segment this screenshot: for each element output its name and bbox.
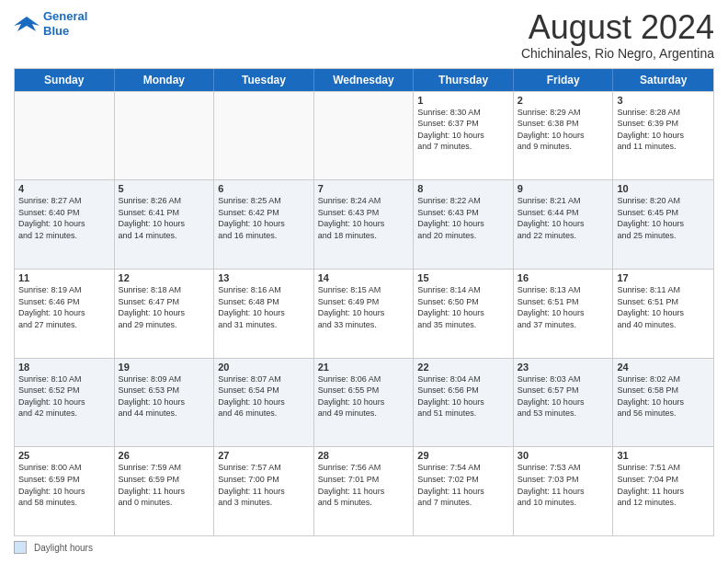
cell-info: Sunrise: 8:15 AMSunset: 6:49 PMDaylight:… (318, 284, 410, 330)
calendar-cell: 13Sunrise: 8:16 AMSunset: 6:48 PMDayligh… (214, 270, 314, 358)
logo: General Blue (14, 9, 87, 38)
header-tuesday: Tuesday (214, 69, 314, 91)
header-thursday: Thursday (414, 69, 514, 91)
day-number: 31 (617, 450, 710, 461)
legend-box (14, 541, 27, 554)
calendar-cell: 4Sunrise: 8:27 AMSunset: 6:40 PMDaylight… (15, 180, 115, 269)
cell-info: Sunrise: 8:30 AMSunset: 6:37 PMDaylight:… (417, 107, 509, 153)
calendar-cell: 14Sunrise: 8:15 AMSunset: 6:49 PMDayligh… (314, 270, 415, 358)
calendar-cell: 23Sunrise: 8:03 AMSunset: 6:57 PMDayligh… (514, 359, 614, 447)
calendar-cell: 10Sunrise: 8:20 AMSunset: 6:45 PMDayligh… (613, 180, 713, 269)
day-number: 10 (617, 183, 710, 194)
calendar-cell: 2Sunrise: 8:29 AMSunset: 6:38 PMDaylight… (514, 92, 614, 180)
cell-info: Sunrise: 8:07 AMSunset: 6:54 PMDaylight:… (218, 373, 310, 419)
calendar-cell: 16Sunrise: 8:13 AMSunset: 6:51 PMDayligh… (514, 270, 614, 358)
cell-info: Sunrise: 8:16 AMSunset: 6:48 PMDaylight:… (218, 284, 310, 330)
calendar-row: 18Sunrise: 8:10 AMSunset: 6:52 PMDayligh… (15, 358, 713, 447)
calendar-row: 11Sunrise: 8:19 AMSunset: 6:46 PMDayligh… (15, 269, 713, 358)
cell-info: Sunrise: 8:00 AMSunset: 6:59 PMDaylight:… (18, 462, 110, 508)
calendar-row: 25Sunrise: 8:00 AMSunset: 6:59 PMDayligh… (15, 446, 713, 535)
calendar-cell: 26Sunrise: 7:59 AMSunset: 6:59 PMDayligh… (115, 447, 215, 535)
cell-info: Sunrise: 8:27 AMSunset: 6:40 PMDaylight:… (18, 195, 110, 241)
day-number: 1 (417, 95, 509, 106)
cell-info: Sunrise: 8:29 AMSunset: 6:38 PMDaylight:… (518, 107, 609, 153)
day-number: 23 (518, 362, 609, 373)
logo-line2: Blue (43, 24, 69, 38)
title-area: August 2024 Chichinales, Rio Negro, Arge… (521, 9, 714, 61)
calendar-row: 1Sunrise: 8:30 AMSunset: 6:37 PMDaylight… (15, 91, 713, 180)
cell-info: Sunrise: 7:51 AMSunset: 7:04 PMDaylight:… (617, 462, 710, 508)
calendar: Sunday Monday Tuesday Wednesday Thursday… (14, 68, 714, 536)
header-friday: Friday (514, 69, 614, 91)
calendar-cell: 6Sunrise: 8:25 AMSunset: 6:42 PMDaylight… (214, 180, 314, 269)
calendar-cell: 27Sunrise: 7:57 AMSunset: 7:00 PMDayligh… (214, 447, 314, 535)
day-number: 12 (119, 272, 210, 283)
location: Chichinales, Rio Negro, Argentina (521, 46, 714, 61)
day-number: 6 (218, 183, 310, 194)
day-number: 15 (417, 272, 509, 283)
cell-info: Sunrise: 8:04 AMSunset: 6:56 PMDaylight:… (417, 373, 509, 419)
calendar-cell: 31Sunrise: 7:51 AMSunset: 7:04 PMDayligh… (613, 447, 713, 535)
header-saturday: Saturday (613, 69, 713, 91)
legend-label: Daylight hours (34, 543, 93, 553)
cell-info: Sunrise: 8:13 AMSunset: 6:51 PMDaylight:… (518, 284, 609, 330)
logo-text: General Blue (43, 9, 87, 38)
day-number: 26 (119, 450, 210, 461)
calendar-cell: 24Sunrise: 8:02 AMSunset: 6:58 PMDayligh… (613, 359, 713, 447)
header-wednesday: Wednesday (314, 69, 415, 91)
day-number: 9 (518, 183, 609, 194)
cell-info: Sunrise: 8:22 AMSunset: 6:43 PMDaylight:… (417, 195, 509, 241)
day-number: 18 (18, 362, 110, 373)
day-number: 17 (617, 272, 710, 283)
cell-info: Sunrise: 8:21 AMSunset: 6:44 PMDaylight:… (518, 195, 609, 241)
calendar-cell: 1Sunrise: 8:30 AMSunset: 6:37 PMDaylight… (414, 92, 514, 180)
calendar-cell (115, 92, 215, 180)
cell-info: Sunrise: 8:20 AMSunset: 6:45 PMDaylight:… (617, 195, 710, 241)
cell-info: Sunrise: 8:02 AMSunset: 6:58 PMDaylight:… (617, 373, 710, 419)
day-number: 13 (218, 272, 310, 283)
page: General Blue August 2024 Chichinales, Ri… (0, 0, 728, 563)
header-monday: Monday (115, 69, 215, 91)
month-year: August 2024 (521, 9, 714, 46)
header: General Blue August 2024 Chichinales, Ri… (14, 9, 714, 61)
calendar-cell: 8Sunrise: 8:22 AMSunset: 6:43 PMDaylight… (414, 180, 514, 269)
calendar-cell: 20Sunrise: 8:07 AMSunset: 6:54 PMDayligh… (214, 359, 314, 447)
day-number: 11 (18, 272, 110, 283)
day-number: 2 (518, 95, 609, 106)
calendar-cell: 29Sunrise: 7:54 AMSunset: 7:02 PMDayligh… (414, 447, 514, 535)
calendar-cell: 11Sunrise: 8:19 AMSunset: 6:46 PMDayligh… (15, 270, 115, 358)
day-number: 30 (518, 450, 609, 461)
day-number: 20 (218, 362, 310, 373)
cell-info: Sunrise: 8:14 AMSunset: 6:50 PMDaylight:… (417, 284, 509, 330)
calendar-cell: 28Sunrise: 7:56 AMSunset: 7:01 PMDayligh… (314, 447, 415, 535)
calendar-cell: 5Sunrise: 8:26 AMSunset: 6:41 PMDaylight… (115, 180, 215, 269)
day-number: 19 (119, 362, 210, 373)
day-number: 3 (617, 95, 710, 106)
day-number: 22 (417, 362, 509, 373)
calendar-cell: 3Sunrise: 8:28 AMSunset: 6:39 PMDaylight… (613, 92, 713, 180)
day-number: 4 (18, 183, 110, 194)
calendar-cell: 21Sunrise: 8:06 AMSunset: 6:55 PMDayligh… (314, 359, 415, 447)
calendar-cell: 18Sunrise: 8:10 AMSunset: 6:52 PMDayligh… (15, 359, 115, 447)
calendar-cell: 22Sunrise: 8:04 AMSunset: 6:56 PMDayligh… (414, 359, 514, 447)
calendar-cell: 25Sunrise: 8:00 AMSunset: 6:59 PMDayligh… (15, 447, 115, 535)
day-number: 21 (318, 362, 410, 373)
cell-info: Sunrise: 7:53 AMSunset: 7:03 PMDaylight:… (518, 462, 609, 508)
cell-info: Sunrise: 8:28 AMSunset: 6:39 PMDaylight:… (617, 107, 710, 153)
calendar-body: 1Sunrise: 8:30 AMSunset: 6:37 PMDaylight… (15, 91, 713, 535)
day-number: 8 (417, 183, 509, 194)
day-number: 7 (318, 183, 410, 194)
day-number: 25 (18, 450, 110, 461)
calendar-header: Sunday Monday Tuesday Wednesday Thursday… (15, 69, 713, 91)
calendar-row: 4Sunrise: 8:27 AMSunset: 6:40 PMDaylight… (15, 179, 713, 269)
cell-info: Sunrise: 8:19 AMSunset: 6:46 PMDaylight:… (18, 284, 110, 330)
calendar-cell: 7Sunrise: 8:24 AMSunset: 6:43 PMDaylight… (314, 180, 415, 269)
day-number: 24 (617, 362, 710, 373)
header-sunday: Sunday (15, 69, 115, 91)
cell-info: Sunrise: 8:25 AMSunset: 6:42 PMDaylight:… (218, 195, 310, 241)
day-number: 29 (417, 450, 509, 461)
cell-info: Sunrise: 8:10 AMSunset: 6:52 PMDaylight:… (18, 373, 110, 419)
calendar-cell: 9Sunrise: 8:21 AMSunset: 6:44 PMDaylight… (514, 180, 614, 269)
calendar-cell (314, 92, 415, 180)
day-number: 27 (218, 450, 310, 461)
